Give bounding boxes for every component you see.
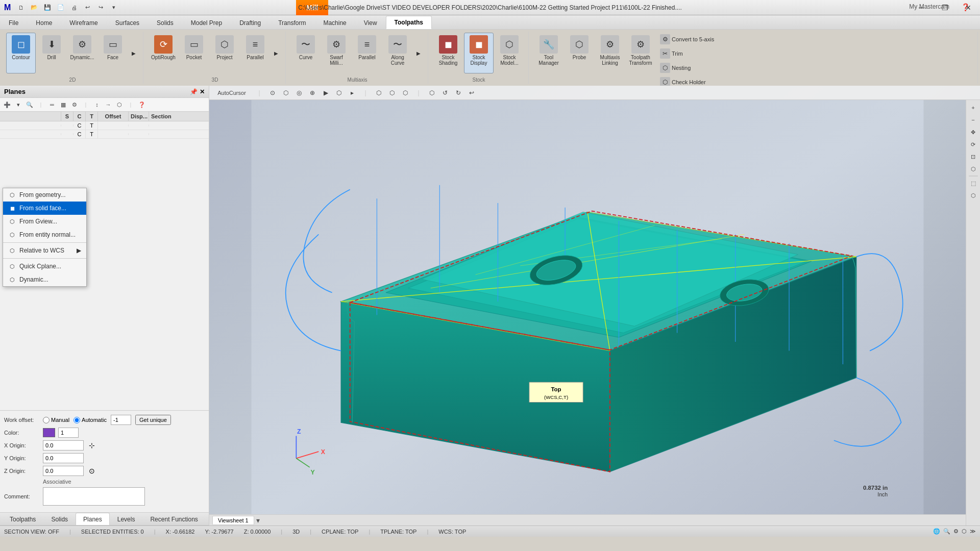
ribbon-btn-drill[interactable]: ⬇ Drill bbox=[37, 33, 66, 73]
ribbon-btn-convert-5axis[interactable]: ⚙ Convert to 5-axis bbox=[656, 33, 718, 46]
ribbon-btn-contour[interactable]: ◻ Contour bbox=[6, 33, 36, 73]
ribbon-btn-multiaxis-linking[interactable]: ⚙ Multiaxis Linking bbox=[595, 33, 625, 73]
ribbon-btn-curve[interactable]: 〜 Curve bbox=[291, 33, 321, 73]
tab-transform[interactable]: Transform bbox=[270, 16, 314, 29]
color-swatch[interactable] bbox=[43, 428, 55, 437]
vp-tool3-icon[interactable]: ◎ bbox=[293, 87, 305, 98]
new-icon[interactable]: 🗋 bbox=[16, 3, 26, 13]
status-zoom-icon[interactable]: 🔍 bbox=[943, 528, 950, 535]
ribbon-btn-more-ma[interactable]: ▶ bbox=[413, 33, 424, 73]
perspective-icon[interactable]: ⬡ bbox=[968, 190, 979, 201]
views-icon[interactable]: ⬚ bbox=[968, 178, 979, 189]
ribbon-btn-project[interactable]: ⬡ Project bbox=[210, 33, 239, 73]
ctx-dynamic[interactable]: ⬡ Dynamic... bbox=[3, 273, 86, 286]
undo-icon[interactable]: ↩ bbox=[82, 3, 92, 13]
ribbon-btn-parallel2[interactable]: ≡ Parallel bbox=[352, 33, 382, 73]
ribbon-btn-more-2d[interactable]: ▶ bbox=[129, 33, 139, 73]
vp-tool9-icon[interactable]: ⬡ bbox=[386, 87, 398, 98]
close-button[interactable]: ✕ bbox=[957, 0, 980, 15]
plane-row[interactable]: C T bbox=[0, 121, 209, 130]
comment-textarea[interactable] bbox=[43, 487, 145, 506]
ribbon-btn-dynamic[interactable]: ⚙ Dynamic... bbox=[67, 33, 97, 73]
tab-drafting[interactable]: Drafting bbox=[231, 16, 270, 29]
vp-autocursor-icon[interactable]: AutoCursor bbox=[211, 87, 252, 98]
plane-arrow-icon[interactable]: → bbox=[103, 99, 113, 110]
plane-row[interactable]: C T bbox=[0, 130, 209, 139]
ctx-from-entity-normal[interactable]: ⬡ From entity normal... bbox=[3, 228, 86, 241]
add-plane-icon[interactable]: ➕ bbox=[2, 99, 12, 110]
tab-solids-bottom[interactable]: Solids bbox=[43, 513, 76, 525]
save-icon[interactable]: 💾 bbox=[42, 3, 53, 13]
work-offset-input[interactable] bbox=[111, 415, 131, 425]
ctx-from-solid-face[interactable]: ◼ From solid face... bbox=[3, 202, 86, 215]
ribbon-btn-nesting[interactable]: ⬡ Nesting bbox=[656, 61, 718, 74]
tab-toolpaths[interactable]: Toolpaths bbox=[386, 16, 432, 29]
vp-tool13-icon[interactable]: ↻ bbox=[452, 87, 464, 98]
ribbon-btn-optirough[interactable]: ⟳ OptiRough bbox=[149, 33, 178, 73]
ribbon-btn-trim[interactable]: ✂ Trim bbox=[656, 47, 718, 60]
tab-view[interactable]: View bbox=[355, 16, 386, 29]
viewsheet-tab[interactable]: Viewsheet 1 bbox=[212, 516, 254, 525]
vp-tool6-icon[interactable]: ⬡ bbox=[333, 87, 345, 98]
plane-help-icon[interactable]: ❓ bbox=[137, 99, 147, 110]
orbit-icon[interactable]: ⟳ bbox=[968, 139, 979, 150]
more-icon[interactable]: ▾ bbox=[109, 3, 119, 13]
y-origin-input[interactable] bbox=[43, 453, 84, 463]
ribbon-btn-stock-model[interactable]: ⬡ Stock Model... bbox=[495, 33, 524, 73]
ribbon-btn-check-holder[interactable]: ⬡ Check Holder bbox=[656, 76, 718, 86]
manual-radio[interactable]: Manual bbox=[43, 417, 69, 423]
tab-solids[interactable]: Solids bbox=[148, 16, 182, 29]
vp-tool7-icon[interactable]: ▸ bbox=[346, 87, 358, 98]
ctx-from-geometry[interactable]: ⬡ From geometry... bbox=[3, 188, 86, 202]
ribbon-btn-stock-shading[interactable]: ◼ Stock Shading bbox=[433, 33, 463, 73]
ribbon-btn-stock-display[interactable]: ◼ Stock Display bbox=[464, 33, 494, 73]
vp-tool2-icon[interactable]: ⬡ bbox=[280, 87, 292, 98]
tab-home[interactable]: Home bbox=[27, 16, 61, 29]
vp-tool4-icon[interactable]: ⊕ bbox=[306, 87, 318, 98]
plane-filter-icon[interactable]: ═ bbox=[47, 99, 57, 110]
vp-tool10-icon[interactable]: ⬡ bbox=[399, 87, 411, 98]
status-globe-icon[interactable]: 🌐 bbox=[933, 528, 940, 535]
plane-search-icon[interactable]: 🔍 bbox=[24, 99, 35, 110]
open-icon[interactable]: 📂 bbox=[29, 3, 39, 13]
ribbon-btn-parallel[interactable]: ≡ Parallel bbox=[240, 33, 270, 73]
tab-modelprep[interactable]: Model Prep bbox=[182, 16, 231, 29]
color-input[interactable] bbox=[58, 428, 79, 438]
ctx-quick-cplane[interactable]: ⬡ Quick Cplane... bbox=[3, 260, 86, 273]
tab-wireframe[interactable]: Wireframe bbox=[61, 16, 106, 29]
ctx-relative-to-wcs[interactable]: ⬡ Relative to WCS ▶ bbox=[3, 244, 86, 257]
x-origin-pick-icon[interactable]: ⊹ bbox=[89, 441, 95, 449]
tab-surfaces[interactable]: Surfaces bbox=[107, 16, 148, 29]
vp-tool5-icon[interactable]: ▶ bbox=[320, 87, 332, 98]
ribbon-btn-face[interactable]: ▭ Face bbox=[98, 33, 128, 73]
restore-button[interactable]: ❐ bbox=[933, 0, 957, 15]
tab-file[interactable]: File bbox=[0, 16, 27, 29]
print-icon[interactable]: 🖨 bbox=[69, 3, 79, 13]
ribbon-btn-pocket[interactable]: ▭ Pocket bbox=[179, 33, 209, 73]
x-origin-input[interactable] bbox=[43, 440, 84, 450]
ribbon-btn-probe[interactable]: ⬡ Probe bbox=[565, 33, 594, 73]
status-chevron-icon[interactable]: ≫ bbox=[970, 528, 976, 535]
ctx-from-gview[interactable]: ⬡ From Gview... bbox=[3, 215, 86, 228]
ribbon-btn-along-curve[interactable]: 〜 Along Curve bbox=[383, 33, 412, 73]
pan-icon[interactable]: ✥ bbox=[968, 127, 979, 138]
tab-planes-bottom[interactable]: Planes bbox=[76, 513, 110, 525]
vp-tool11-icon[interactable]: ⬡ bbox=[426, 87, 438, 98]
redo-icon[interactable]: ↪ bbox=[95, 3, 106, 13]
zoom-in-icon[interactable]: + bbox=[968, 102, 979, 113]
tab-toolpaths-bottom[interactable]: Toolpaths bbox=[2, 513, 43, 525]
z-origin-input[interactable] bbox=[43, 466, 84, 476]
save-as-icon[interactable]: 📄 bbox=[56, 3, 66, 13]
z-origin-angle-icon[interactable]: ⊙ bbox=[89, 467, 95, 475]
ribbon-btn-more-3d[interactable]: ▶ bbox=[271, 33, 281, 73]
vp-tool12-icon[interactable]: ↺ bbox=[439, 87, 451, 98]
wireframe-toggle-icon[interactable]: ⬡ bbox=[968, 163, 979, 174]
close-panel-icon[interactable]: ✕ bbox=[200, 88, 205, 95]
ribbon-btn-toolpath-transform[interactable]: ⚙ Toolpath Transform bbox=[626, 33, 655, 73]
plane-select-icon[interactable]: ▦ bbox=[58, 99, 68, 110]
ribbon-btn-swarf[interactable]: ⚙ Swarf Milli... bbox=[322, 33, 351, 73]
vp-tool14-icon[interactable]: ↩ bbox=[465, 87, 478, 98]
pin-icon[interactable]: 📌 bbox=[190, 88, 198, 95]
add-viewsheet-icon[interactable]: ▾ bbox=[256, 516, 260, 524]
plane-move-icon[interactable]: ↕ bbox=[92, 99, 102, 110]
